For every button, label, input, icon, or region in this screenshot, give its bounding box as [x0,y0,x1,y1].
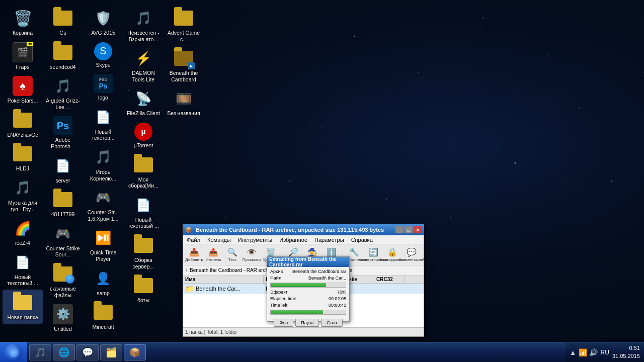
icon-server[interactable]: 📄 server [43,153,83,187]
tray-volume[interactable]: 🔊 [589,348,598,356]
task-explorer[interactable]: 🗂️ [100,344,122,360]
icon-samp[interactable]: 👤 samp [83,265,123,300]
icon-soundcod4[interactable]: soundcod4 [43,39,83,73]
icon-counter-strike[interactable]: 🎮 Counter Strike Sour... [43,221,83,261]
col-crc[interactable]: CRC32 [374,276,405,283]
icon-beneath[interactable]: ▶ Beneath the Cardboard [164,45,204,85]
progress-row-file: Файл Beneath\ the Car... [270,276,346,281]
windows-logo [9,347,19,357]
icon-andrey[interactable]: 🎵 Андрей Grizz-Lee ... [43,73,83,113]
language-indicator[interactable]: RU [601,349,609,356]
icon-boty[interactable]: боты [123,273,164,307]
icon-new-text1[interactable]: 📄 Новый текстовый ... [3,249,43,290]
icon-label: Counter-Str... 1.6 Хром 1... [85,209,121,222]
overall-progress-bar [270,310,346,315]
video-icon: 🎞️ [174,88,194,109]
recycle-bin-icon: 🗑️ [13,8,33,28]
icon-lnayz[interactable]: LNAYzliavGc [3,107,43,141]
toolbar-test[interactable]: 🔍Тест [223,246,242,264]
progress-buttons: Фон Пауза Стоп [267,317,349,328]
icon-label: Advent Game c... [166,30,202,42]
taskbar-tasks: 🎵 🌐 💬 🗂️ 📦 [27,342,566,363]
menu-favorites[interactable]: Избранное [278,237,309,243]
icon-igor[interactable]: 🎵 Игорь Корнелю... [83,144,123,185]
icon-new-text2[interactable]: 📄 Новый текстов... [83,104,123,144]
toolbar-add[interactable]: 📥Добавить [185,246,203,264]
untitled-icon: ⚙️ [53,304,73,324]
folder-cs-icon [53,8,73,28]
menu-commands[interactable]: Команды [206,237,232,243]
icon-ieezr4[interactable]: 🌈 ieeZr4 [3,215,43,249]
icon-filezilla[interactable]: 📡 FileZilla Client [123,85,164,120]
icon-adobe-ps[interactable]: Ps Adobe Photosh... [43,113,83,152]
icon-downloaded[interactable]: скачанные файлы [43,261,83,301]
overall-progress-fill [271,310,323,314]
menu-tools[interactable]: Инструменты [236,237,274,243]
maximize-button[interactable]: □ [405,226,413,233]
start-button[interactable] [0,342,27,363]
minimize-button[interactable]: − [395,226,404,233]
txt2-icon: 📄 [93,107,113,127]
icon-pokerstars[interactable]: ♠ PokerStars... [3,73,43,107]
toolbar-extract[interactable]: 📤Извлечь [204,246,222,264]
menu-help[interactable]: Справка [350,237,374,243]
progress-row-elapsed: Elapsed time 00:02:05 [270,296,346,301]
close-button[interactable]: ✕ [414,226,422,233]
icon-quicktime[interactable]: ⏯️ Quick Time Player [83,225,123,265]
icon-48117799[interactable]: 48117799 [43,187,83,221]
tray-arrow[interactable]: ▲ [570,348,577,356]
icon-label: Новый текстов... [85,129,121,141]
music-icon: 🎵 [13,178,33,198]
icon-hldj[interactable]: HLDJ [3,141,43,175]
icon-label: Untitled [54,326,72,332]
icon-untitled[interactable]: ⚙️ Untitled [43,301,83,335]
icon-cs-folder[interactable]: Cs [43,5,83,39]
icon-utorrent[interactable]: µ µTorrent [123,120,164,152]
btn-pause[interactable]: Пауза [295,319,319,327]
ieezr4-icon: 🌈 [13,218,33,238]
icon-new-folder[interactable]: Новая папка [3,290,43,324]
icon-music[interactable]: 🎵 Музыка для гуп - Гру... [3,175,43,215]
icon-label: Андрей Grizz-Lee ... [45,98,81,110]
icon-unknown-bomb[interactable]: 🎵 Неизвестен - Взрыв ато... [123,5,164,45]
desktop-icons: 🗑️ Корзина 99 🎬 Fraps ♠ PokerStars... LN… [0,0,206,342]
psd-icon: PSD Ps [94,74,113,93]
progress-row-effect: Эффект 70% [270,290,346,295]
menu-file[interactable]: Файл [185,237,202,243]
system-clock[interactable]: 0:51 31.05.2015 [612,344,640,360]
icon-daemon[interactable]: ⚡ DAEMON Tools Lite [123,45,164,85]
icon-counter-str2[interactable]: 🎮 Counter-Str... 1.6 Хром 1... [83,185,123,225]
icon-avg[interactable]: 🛡️ AVG 2015 [83,5,123,39]
txt-server-icon: 📄 [53,156,73,176]
icon-bez-nazvaniya[interactable]: 🎞️ Без названия [164,85,204,120]
value-file: Beneath\ the Car... [308,276,346,281]
task-winrar-btn[interactable]: 📦 [124,344,146,360]
toolbar-comment[interactable]: 💬Комментарий [403,246,421,264]
col-name[interactable]: Имя [183,276,264,283]
menu-params[interactable]: Параметры [313,237,346,243]
winrar-titlebar[interactable]: 📦 Beneath the Cardboard - RAR archive, u… [183,224,424,235]
task-chrome[interactable]: 🌐 [53,344,75,360]
icon-skype[interactable]: S Skype [83,39,123,71]
btn-stop[interactable]: Стоп [321,319,342,327]
icon-my-build[interactable]: Моя сборка[Ми... [123,152,164,192]
icon-new-text3[interactable]: 📄 Новый текстовый ... [123,192,164,232]
task-skype[interactable]: 💬 [76,344,99,360]
btn-background[interactable]: Фон [274,319,293,327]
icon-sborka[interactable]: Сборка сервер... [123,232,164,273]
folder-selected-icon [13,293,33,313]
icon-minecraft[interactable]: Minecraft [83,299,123,333]
icon-label: ieeZr4 [15,240,30,246]
icon-logo-psd[interactable]: PSD Ps logo [83,71,123,104]
icon-advent[interactable]: Advent Game c... [164,5,204,45]
value-archive: Beneath the Cardboard.rar [292,269,346,274]
task-winamp[interactable]: 🎵 [29,344,51,360]
txt-icon: 📄 [13,252,33,273]
toolbar-view[interactable]: 👁️Просмотр [243,246,261,264]
icon-fraps[interactable]: 99 🎬 Fraps [3,39,43,73]
progress-titlebar: Extracting from Beneath the Cardboard.ra… [267,257,349,267]
icon-recycle-bin[interactable]: 🗑️ Корзина [3,5,43,39]
folder-icon [13,144,33,164]
icon-label: боты [137,297,149,304]
taskbar-system-tray: ▲ 📶 🔊 RU 0:51 31.05.2015 [566,342,644,363]
